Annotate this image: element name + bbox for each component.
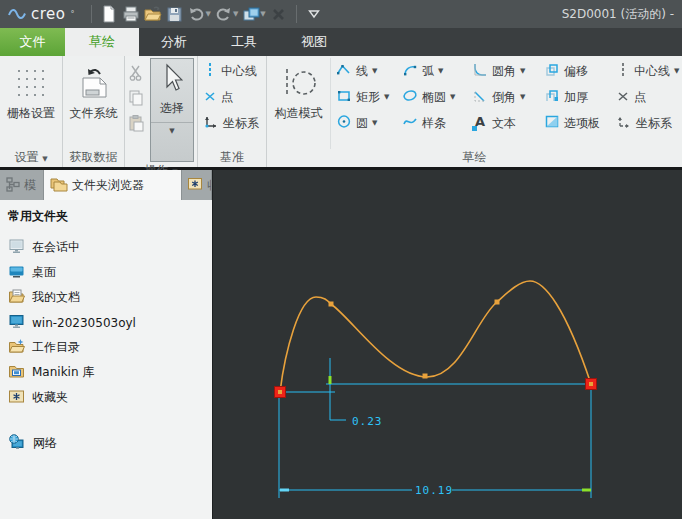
offset-button[interactable]: 偏移 bbox=[539, 58, 611, 84]
creo-logo: creo ° bbox=[8, 5, 75, 23]
chamfer-button[interactable]: 倒角 ▼ bbox=[467, 84, 539, 110]
group-sketch: 构造模式 线 ▼ 矩形 ▼ 圆 bbox=[267, 56, 682, 167]
undo-icon bbox=[186, 3, 208, 25]
thicken-button[interactable]: 加厚 bbox=[539, 84, 611, 110]
tab-analysis[interactable]: 分析 bbox=[139, 28, 209, 56]
centerline-button[interactable]: 中心线 bbox=[198, 58, 259, 84]
grid-settings-button[interactable]: 栅格设置 bbox=[0, 58, 62, 149]
close-window-icon[interactable] bbox=[268, 3, 290, 25]
folder-item-in-session[interactable]: 在会话中 bbox=[8, 235, 212, 260]
tab-model-tree[interactable]: 模 bbox=[0, 170, 44, 200]
tab-tools[interactable]: 工具 bbox=[209, 28, 279, 56]
palette-icon bbox=[544, 114, 560, 132]
line-icon bbox=[336, 62, 352, 80]
select-button[interactable]: 选择 ▼ bbox=[150, 58, 194, 162]
folder-browser-tab-label: 文件夹浏览器 bbox=[72, 177, 144, 194]
favorites-folder-icon bbox=[8, 388, 25, 407]
line-caret-icon[interactable]: ▼ bbox=[372, 67, 377, 75]
computer-icon bbox=[8, 313, 25, 332]
creo-window: creo ° ▼ ▼ ▼ bbox=[0, 0, 682, 519]
spline-points[interactable] bbox=[329, 300, 500, 379]
save-icon[interactable] bbox=[164, 3, 186, 25]
spline-button[interactable]: 样条 bbox=[397, 110, 467, 136]
csys-button[interactable]: 坐标系 bbox=[198, 110, 259, 136]
manikin-library-icon bbox=[8, 363, 25, 382]
tab-favorites[interactable]: 收 bbox=[182, 170, 212, 200]
settings-group-label[interactable]: 设置 ▼ bbox=[0, 149, 62, 167]
file-system-button[interactable]: 文件系统 bbox=[63, 58, 124, 149]
text-icon: A bbox=[472, 116, 488, 131]
folder-item-manikin-library[interactable]: Manikin 库 bbox=[8, 360, 212, 385]
favorites-tab-icon bbox=[187, 176, 203, 194]
fillet-caret-icon[interactable]: ▼ bbox=[520, 67, 525, 75]
ellipse-caret-icon[interactable]: ▼ bbox=[450, 93, 455, 101]
file-system-label: 文件系统 bbox=[70, 105, 118, 122]
centerline-icon bbox=[203, 62, 217, 81]
sketch-canvas[interactable]: 0.23 10.19 bbox=[213, 170, 682, 519]
open-icon[interactable] bbox=[142, 3, 164, 25]
arc-icon bbox=[402, 62, 418, 80]
text-button[interactable]: A 文本 bbox=[467, 110, 539, 136]
folder-item-computer[interactable]: win-20230503oyl bbox=[8, 310, 212, 335]
network-icon bbox=[8, 434, 26, 453]
switch-windows-icon[interactable] bbox=[240, 3, 262, 25]
palette-button[interactable]: 选项板 bbox=[539, 110, 611, 136]
dimension-lines[interactable] bbox=[279, 358, 591, 498]
centerline2-button[interactable]: 中心线 ▼ bbox=[611, 58, 682, 84]
rectangle-caret-icon[interactable]: ▼ bbox=[384, 93, 389, 101]
copy-icon bbox=[126, 85, 146, 110]
construction-mode-button[interactable]: 构造模式 bbox=[267, 58, 330, 122]
tab-folder-browser[interactable]: 文件夹浏览器 bbox=[44, 170, 182, 200]
redo-icon bbox=[213, 3, 235, 25]
circle-icon bbox=[336, 114, 352, 132]
arc-button[interactable]: 弧 ▼ bbox=[397, 58, 467, 84]
divider bbox=[91, 5, 92, 23]
tab-view[interactable]: 视图 bbox=[279, 28, 349, 56]
circle-caret-icon[interactable]: ▼ bbox=[372, 119, 377, 127]
get-data-group-label[interactable]: 获取数据 bbox=[63, 149, 124, 167]
chamfer-icon bbox=[472, 88, 488, 106]
select-caret-icon[interactable]: ▼ bbox=[151, 122, 193, 135]
brand-text: creo bbox=[31, 5, 66, 23]
folder-item-favorites[interactable]: 收藏夹 bbox=[8, 385, 212, 410]
ribbon-tab-bar: 文件 草绘 分析 工具 视图 bbox=[0, 28, 682, 56]
session-monitor-icon bbox=[8, 238, 25, 257]
fillet-button[interactable]: 圆角 ▼ bbox=[467, 58, 539, 84]
grid-icon bbox=[14, 61, 48, 105]
circle-button[interactable]: 圆 ▼ bbox=[331, 110, 397, 136]
dimension-value-horizontal[interactable]: 10.19 bbox=[415, 484, 453, 497]
clipboard-column bbox=[125, 58, 147, 162]
datum-group-label[interactable]: 基准 bbox=[198, 149, 266, 167]
arc-caret-icon[interactable]: ▼ bbox=[438, 67, 443, 75]
sketch-group-label[interactable]: 草绘 bbox=[267, 149, 682, 167]
construction-mode-icon bbox=[280, 61, 318, 105]
spline-curve[interactable] bbox=[280, 281, 591, 392]
spline-endpoints[interactable] bbox=[275, 379, 597, 398]
line-button[interactable]: 线 ▼ bbox=[331, 58, 397, 84]
folder-item-working-directory[interactable]: 工作目录 bbox=[8, 335, 212, 360]
tab-sketch[interactable]: 草绘 bbox=[65, 28, 139, 56]
rectangle-button[interactable]: 矩形 ▼ bbox=[331, 84, 397, 110]
point2-button[interactable]: 点 bbox=[611, 84, 682, 110]
working-directory-icon bbox=[8, 338, 25, 357]
dimension-value-vertical[interactable]: 0.23 bbox=[352, 415, 383, 428]
ellipse-button[interactable]: 椭圆 ▼ bbox=[397, 84, 467, 110]
model-tree-icon bbox=[5, 176, 20, 195]
new-file-icon[interactable] bbox=[98, 3, 120, 25]
redo-caret-icon: ▼ bbox=[233, 10, 238, 18]
print-icon[interactable] bbox=[120, 3, 142, 25]
customize-toolbar-icon[interactable] bbox=[303, 3, 325, 25]
csys2-icon bbox=[616, 114, 632, 132]
folder-browser-icon bbox=[49, 176, 68, 195]
ellipse-icon bbox=[402, 88, 418, 106]
folder-item-my-documents[interactable]: 我的文档 bbox=[8, 285, 212, 310]
centerline2-caret-icon[interactable]: ▼ bbox=[674, 67, 679, 75]
favorites-tab-label: 收 bbox=[207, 177, 212, 194]
thicken-icon bbox=[544, 88, 560, 106]
tab-file[interactable]: 文件 bbox=[0, 28, 65, 56]
point-button[interactable]: 点 bbox=[198, 84, 259, 110]
chamfer-caret-icon[interactable]: ▼ bbox=[520, 93, 525, 101]
csys2-button[interactable]: 坐标系 bbox=[611, 110, 682, 136]
folder-item-network[interactable]: 网络 bbox=[8, 431, 212, 456]
folder-item-desktop[interactable]: 桌面 bbox=[8, 260, 212, 285]
